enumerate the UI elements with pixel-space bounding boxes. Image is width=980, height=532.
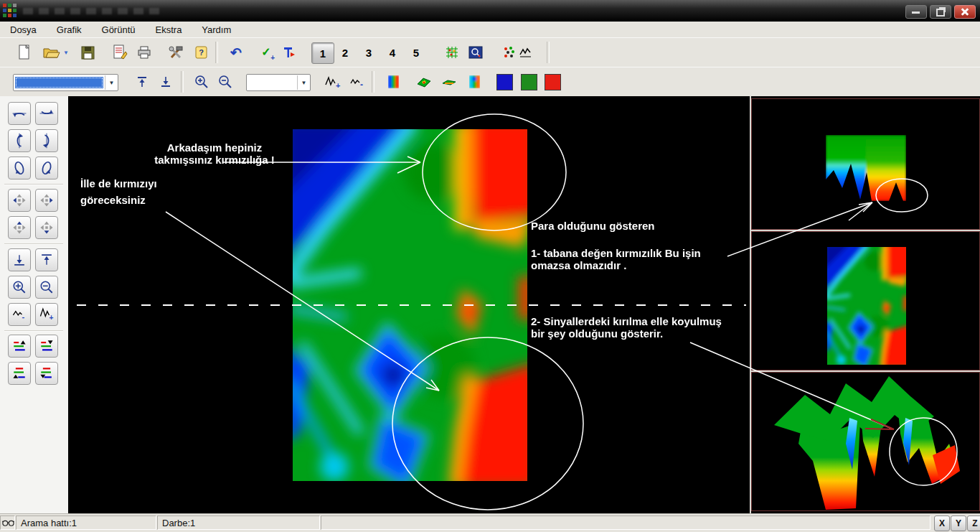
spin-right-button[interactable]	[35, 157, 58, 179]
tools-button[interactable]	[166, 42, 185, 62]
svg-text:-: -	[22, 312, 24, 321]
move-down-button[interactable]	[35, 216, 58, 239]
side-views-panel	[751, 96, 980, 513]
cross-section-view[interactable]	[751, 98, 980, 230]
move-left-button[interactable]	[8, 189, 31, 212]
scale-shift-down-button[interactable]	[35, 362, 58, 385]
status-icon-cell	[0, 515, 15, 530]
blue-color-swatch[interactable]	[496, 74, 513, 90]
page-button-1[interactable]: 1	[311, 42, 334, 64]
annotation-point2: 2- Sinyallerdeki kırılma elle koyulmuşbi…	[531, 315, 746, 340]
svg-text:-: -	[360, 80, 363, 90]
mini-map-view[interactable]	[751, 231, 980, 370]
view-2d-map-icon[interactable]	[384, 72, 402, 92]
open-file-button[interactable]	[42, 42, 61, 62]
surface-3d-view[interactable]	[751, 372, 980, 511]
move-up-button[interactable]	[8, 216, 31, 239]
status-bar: Arama hattı:1 Darbe:1 X Y Z	[0, 513, 980, 532]
combobox-arrow[interactable]: ▼	[105, 75, 118, 90]
page-button-2[interactable]: 2	[337, 42, 353, 62]
undo-icon[interactable]: ↶	[227, 42, 245, 62]
axis-y-button[interactable]: Y	[951, 515, 966, 531]
axis-x-button[interactable]: X	[934, 515, 950, 531]
toolbar-separator	[372, 71, 374, 93]
app-icon	[3, 4, 17, 18]
menu-ekstra[interactable]: Ekstra	[146, 22, 192, 37]
new-document-button[interactable]	[15, 42, 34, 62]
scale-shift-up-button[interactable]	[8, 362, 31, 385]
view-control-sidebar: - +	[0, 96, 69, 513]
application-window: Dosya Grafik Görüntü Ekstra Yardım ▼ ? ↶…	[0, 0, 980, 532]
status-pulse: Darbe:1	[157, 515, 320, 530]
marker-pin-icon[interactable]	[280, 42, 298, 62]
print-button[interactable]	[135, 42, 154, 62]
spin-left-button[interactable]	[8, 157, 31, 179]
svg-text:?: ?	[199, 48, 204, 57]
save-button[interactable]	[78, 42, 97, 62]
combobox-arrow[interactable]: ▼	[297, 75, 310, 90]
move-right-button[interactable]	[35, 189, 58, 212]
sidebar-separator	[4, 330, 63, 332]
main-heatmap	[293, 129, 527, 481]
restore-button[interactable]	[930, 5, 951, 19]
grid-view-icon[interactable]	[443, 42, 461, 62]
signal-decrease-button[interactable]: -	[8, 303, 31, 326]
scale-raise-button[interactable]	[8, 335, 31, 358]
view-flat-slice-icon[interactable]	[440, 72, 458, 92]
title-bar	[0, 0, 980, 22]
zoom-out-button[interactable]	[35, 276, 58, 299]
snap-bottom-button[interactable]	[8, 248, 31, 271]
apply-colors-icon[interactable]: ✓+	[257, 42, 275, 62]
menu-yardim[interactable]: Yardım	[192, 22, 241, 37]
signal-add-icon[interactable]: +	[323, 72, 341, 92]
page-button-4[interactable]: 4	[385, 42, 400, 62]
help-button[interactable]: ?	[192, 42, 211, 62]
main-canvas[interactable]: Arkadaşım hepiniztakmışsınız kırmızılığa…	[68, 96, 750, 513]
signal-chart-icon[interactable]	[517, 42, 535, 62]
toolbar-main: ▼ ? ↶ ✓+ 1 2 3 4 5	[0, 37, 980, 68]
combobox-selection	[15, 77, 103, 88]
report-button[interactable]	[111, 42, 130, 62]
surface-3d-image	[765, 375, 974, 510]
align-bottom-icon[interactable]	[156, 72, 175, 92]
toolbar-separator	[181, 71, 184, 93]
minimize-button[interactable]	[905, 5, 927, 19]
menu-grafik[interactable]: Grafik	[47, 22, 92, 37]
glasses-icon	[2, 518, 14, 527]
view-column-map-icon[interactable]	[465, 72, 484, 92]
toolbar-separator	[547, 42, 550, 63]
status-empty-cell	[321, 515, 930, 530]
menu-bar: Dosya Grafik Görüntü Ekstra Yardım	[0, 22, 980, 38]
annotation-money: Para olduğunu gösteren	[531, 220, 655, 232]
menu-dosya[interactable]: Dosya	[0, 22, 47, 37]
signal-increase-button[interactable]: +	[35, 303, 58, 326]
signal-remove-icon[interactable]: -	[348, 72, 367, 92]
layer-combobox[interactable]: ▼	[13, 74, 118, 91]
rotate-y-right-button[interactable]	[35, 129, 58, 152]
snap-top-button[interactable]	[35, 248, 58, 271]
close-button[interactable]	[954, 5, 976, 19]
rotate-x-up-button[interactable]	[8, 102, 31, 125]
align-top-icon[interactable]	[133, 72, 151, 92]
rotate-x-down-button[interactable]	[35, 102, 58, 125]
axis-z-button[interactable]: Z	[967, 515, 980, 531]
zoom-in-button[interactable]	[8, 276, 31, 299]
view-3d-surface-icon[interactable]	[415, 72, 433, 92]
rotate-y-left-button[interactable]	[8, 129, 31, 152]
sidebar-separator	[4, 243, 63, 245]
green-color-swatch[interactable]	[521, 74, 537, 90]
annotation-red-insist: İlle de kırmızıyıgöreceksiniz	[80, 177, 157, 206]
zoom-in-icon[interactable]	[192, 72, 211, 92]
mini-heatmap-image	[827, 247, 906, 365]
page-button-5[interactable]: 5	[408, 42, 424, 62]
page-button-3[interactable]: 3	[361, 42, 377, 62]
preview-icon[interactable]	[466, 42, 485, 62]
red-color-swatch[interactable]	[545, 74, 561, 90]
combobox-empty	[248, 77, 296, 88]
svg-text:+: +	[336, 81, 340, 90]
scale-lower-button[interactable]	[35, 335, 58, 358]
zoom-combobox[interactable]: ▼	[246, 74, 311, 91]
open-dropdown-arrow[interactable]: ▼	[62, 42, 70, 62]
zoom-out-icon[interactable]	[216, 72, 235, 92]
menu-goruntu[interactable]: Görüntü	[92, 22, 146, 37]
